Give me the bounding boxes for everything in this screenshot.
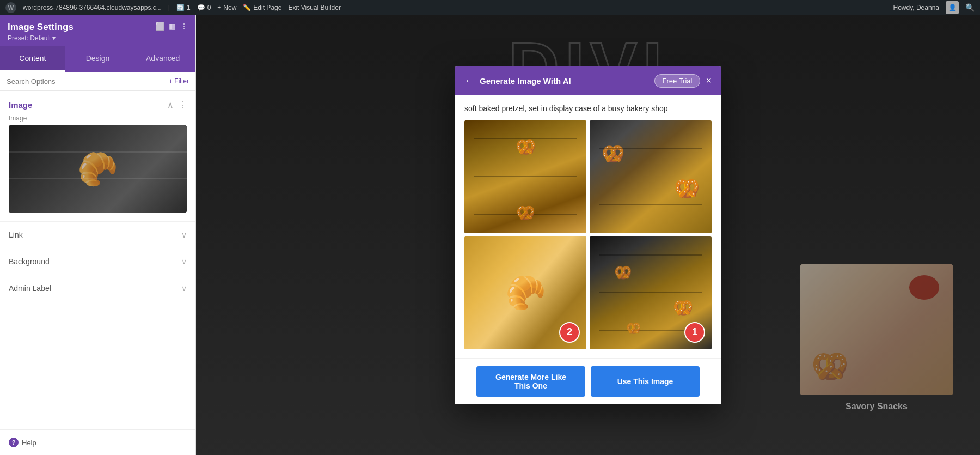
- link-accordion: Link ∨: [0, 221, 195, 248]
- pretzel-background: 🥐: [9, 125, 187, 213]
- sidebar-preset[interactable]: Preset: Default ▾: [8, 34, 74, 42]
- edit-page-button[interactable]: ✏️ Edit Page: [243, 4, 281, 11]
- sidebar-header-icons: ⬜ ▦ ⋮: [155, 22, 188, 31]
- main-layout: Image Settings Preset: Default ▾ ⬜ ▦ ⋮ C…: [0, 15, 980, 455]
- use-image-button[interactable]: Use This Image: [591, 366, 700, 397]
- help-text[interactable]: Help: [22, 439, 36, 447]
- section-more-icon[interactable]: ⋮: [178, 100, 187, 110]
- more-options-icon[interactable]: ⋮: [180, 22, 188, 31]
- modal-body: soft baked pretzel, set in display case …: [455, 95, 721, 358]
- collapse-icon[interactable]: ∧: [167, 100, 174, 110]
- image-section-header: Image ∧ ⋮: [0, 91, 195, 114]
- modal-header: ← Generate Image With AI Free Trial ×: [455, 66, 721, 95]
- badge-2: 2: [559, 322, 580, 343]
- prompt-text: soft baked pretzel, set in display case …: [464, 104, 712, 113]
- search-wrap: [7, 76, 164, 86]
- free-trial-button[interactable]: Free Trial: [654, 74, 701, 88]
- modal-header-right: Free Trial ×: [654, 74, 712, 88]
- image-field-label: Image: [0, 114, 195, 125]
- image-section-title: Image: [9, 100, 32, 110]
- link-label: Link: [9, 230, 23, 239]
- sidebar-content: Image ∧ ⋮ Image 🥐: [0, 91, 195, 429]
- images-grid: 🥨 🥨: [464, 120, 712, 349]
- generated-image-1[interactable]: 🥨 🥨: [464, 120, 586, 233]
- comments-icon[interactable]: 💬 0: [197, 4, 211, 11]
- badge-1: 1: [684, 322, 705, 343]
- tab-advanced[interactable]: Advanced: [130, 46, 195, 72]
- section-controls: ∧ ⋮: [167, 100, 187, 110]
- wp-logo-icon: W: [5, 2, 16, 13]
- shelf-lines-2: [590, 120, 712, 233]
- image-preview[interactable]: 🥐: [9, 125, 187, 213]
- background-chevron-icon: ∨: [181, 257, 187, 266]
- new-button[interactable]: + New: [217, 4, 236, 11]
- background-label: Background: [9, 257, 50, 266]
- sidebar-header: Image Settings Preset: Default ▾ ⬜ ▦ ⋮: [0, 15, 195, 46]
- tab-design[interactable]: Design: [65, 46, 131, 72]
- close-button[interactable]: ×: [706, 76, 712, 86]
- user-avatar: 👤: [946, 1, 959, 14]
- admin-label-accordion-header[interactable]: Admin Label ∨: [0, 275, 195, 301]
- howdy-text: Howdy, Deanna: [893, 4, 940, 11]
- site-name[interactable]: wordpress-784896-3766464.cloudwaysapps.c…: [23, 4, 162, 11]
- search-row: + Filter: [0, 72, 195, 91]
- generated-image-4[interactable]: 🥨 🥨 🥨 1: [590, 236, 712, 349]
- background-accordion-header[interactable]: Background ∨: [0, 248, 195, 275]
- admin-label-accordion: Admin Label ∨: [0, 275, 195, 301]
- filter-button[interactable]: + Filter: [169, 77, 189, 85]
- generated-image-2[interactable]: 🥨 🥨: [590, 120, 712, 233]
- ai-modal: ← Generate Image With AI Free Trial × so…: [455, 66, 721, 404]
- sidebar-footer: ? Help: [0, 429, 195, 455]
- generated-image-3[interactable]: 🥐 🥖 2: [464, 236, 586, 349]
- wp-admin-bar: W wordpress-784896-3766464.cloudwaysapps…: [0, 0, 980, 15]
- modal-footer: Generate More Like This One Use This Ima…: [455, 358, 721, 404]
- modal-title: Generate Image With AI: [480, 76, 571, 86]
- sidebar-title: Image Settings: [8, 22, 74, 33]
- search-icon[interactable]: 🔍: [965, 3, 975, 12]
- tab-content[interactable]: Content: [0, 46, 65, 72]
- search-input[interactable]: [7, 77, 164, 86]
- back-arrow-icon[interactable]: ←: [464, 75, 474, 87]
- updates-icon[interactable]: 🔄 1: [176, 4, 191, 11]
- help-icon: ?: [9, 438, 19, 447]
- image-settings-sidebar: Image Settings Preset: Default ▾ ⬜ ▦ ⋮ C…: [0, 15, 196, 455]
- link-accordion-header[interactable]: Link ∨: [0, 222, 195, 248]
- exit-builder-button[interactable]: Exit Visual Builder: [288, 4, 341, 11]
- responsive-icon[interactable]: ⬜: [155, 22, 164, 31]
- sidebar-tabs: Content Design Advanced: [0, 46, 195, 72]
- admin-label-label: Admin Label: [9, 284, 51, 293]
- generate-more-button[interactable]: Generate More Like This One: [476, 366, 585, 397]
- grid-icon[interactable]: ▦: [169, 22, 176, 31]
- separator: |: [168, 4, 170, 11]
- background-accordion: Background ∨: [0, 248, 195, 275]
- modal-header-left: ← Generate Image With AI: [464, 75, 571, 87]
- admin-chevron-icon: ∨: [181, 284, 187, 293]
- link-chevron-icon: ∨: [181, 230, 187, 239]
- main-content: DIVI RY 🥨 Savory Snacks ← Generate Image: [196, 15, 980, 455]
- modal-overlay: ← Generate Image With AI Free Trial × so…: [196, 15, 980, 455]
